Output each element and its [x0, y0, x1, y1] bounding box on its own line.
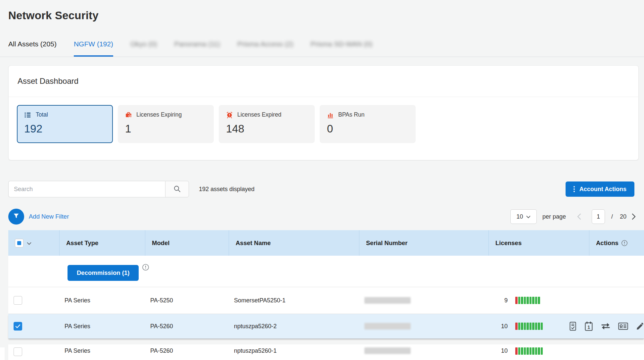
vertical-dots-icon	[574, 186, 575, 192]
column-header-serial-number: Serial Number	[359, 230, 488, 256]
funnel-icon	[13, 213, 20, 221]
stat-card-total[interactable]: Total 192	[17, 105, 113, 143]
edit-pencil-icon[interactable]	[635, 322, 644, 331]
table-row[interactable]: PA Series PA-5260 nptuszpa5260-2 10 1	[8, 314, 644, 339]
corner-artifact	[0, 347, 5, 360]
row-gap	[8, 339, 644, 344]
assets-displayed-count: 192 assets displayed	[199, 186, 254, 193]
decommission-button[interactable]: Decommission (1)	[68, 265, 139, 281]
license-bars	[515, 323, 543, 330]
page-separator: /	[611, 213, 613, 220]
pagination: 10 per page / 20	[510, 209, 636, 224]
stat-value: 192	[24, 123, 106, 135]
row-actions: 1	[569, 321, 644, 331]
chevron-down-icon[interactable]	[27, 239, 31, 247]
table-row[interactable]: PA Series PA-5250 SomersetPA5250-1 9	[8, 287, 644, 314]
calendar-day1-icon[interactable]: 1	[584, 321, 593, 331]
report-icon[interactable]	[569, 321, 577, 331]
license-count: 10	[488, 323, 508, 330]
chevron-right-icon[interactable]	[632, 213, 636, 220]
account-actions-button[interactable]: Account Actions	[566, 181, 634, 197]
search-group	[8, 181, 189, 197]
tab-ngfw[interactable]: NGFW (192)	[74, 40, 113, 57]
license-bars	[515, 297, 540, 304]
model-cell: PA-5260	[145, 344, 229, 360]
filter-pagination-row: Add New Filter 10 per page / 20	[8, 208, 636, 225]
list-icon	[24, 112, 31, 118]
stat-card-bpas-run[interactable]: BPAs Run 0	[320, 105, 416, 143]
stat-label: Licenses Expiring	[136, 111, 182, 118]
add-filter-button[interactable]	[8, 209, 24, 225]
column-header-asset-name: Asset Name	[229, 230, 359, 256]
toolbox-icon	[125, 111, 132, 118]
page-size-select[interactable]: 10	[510, 209, 537, 224]
model-cell: PA-5260	[145, 314, 229, 338]
license-certificate-icon[interactable]	[618, 322, 628, 331]
search-icon	[173, 185, 181, 194]
table-header-row: Asset Type Model Asset Name Serial Numbe…	[8, 230, 644, 256]
search-input[interactable]	[8, 181, 165, 197]
search-button[interactable]	[165, 181, 189, 197]
stat-label: Licenses Expired	[237, 111, 281, 118]
total-pages: 20	[620, 213, 626, 220]
asset-name-cell: nptuszpa5260-1	[229, 344, 359, 360]
indeterminate-mark	[17, 241, 21, 245]
column-header-licenses: Licenses	[488, 230, 589, 256]
chevron-left-icon[interactable]	[577, 213, 581, 220]
asset-type-cell: PA Series	[59, 344, 145, 360]
stat-card-licenses-expired[interactable]: Licenses Expired 148	[219, 105, 315, 143]
column-header-model: Model	[145, 230, 229, 256]
column-header-asset-type: Asset Type	[59, 230, 145, 256]
asset-tabs: All Assets (205) NGFW (192) Okyo (0) Pan…	[0, 33, 644, 57]
bulk-action-row: Decommission (1)	[8, 256, 644, 287]
tab-all-assets[interactable]: All Assets (205)	[8, 40, 57, 57]
row-checkbox[interactable]	[14, 347, 22, 356]
page-title: Network Security	[8, 9, 99, 22]
tab-okyo[interactable]: Okyo (0)	[130, 40, 157, 57]
license-count: 10	[488, 347, 508, 354]
tab-prisma-access[interactable]: Prisma Access (2)	[237, 40, 293, 57]
row-checkbox[interactable]	[14, 322, 22, 331]
redacted-serial-number	[364, 323, 411, 330]
stat-label: BPAs Run	[338, 111, 364, 118]
tab-panorama[interactable]: Panorama (11)	[174, 40, 220, 57]
table-toolbar: 192 assets displayed Account Actions	[8, 181, 636, 197]
stat-card-licenses-expiring[interactable]: Licenses Expiring 1	[118, 105, 214, 143]
stat-value: 1	[125, 123, 207, 135]
column-header-actions: Actions	[589, 230, 644, 256]
redacted-serial-number	[364, 347, 411, 354]
asset-type-cell: PA Series	[59, 314, 145, 338]
asset-dashboard-title: Asset Dashboard	[9, 66, 638, 97]
asset-name-cell: nptuszpa5260-2	[229, 314, 359, 338]
transfer-icon[interactable]	[600, 322, 611, 331]
stat-label: Total	[36, 111, 48, 118]
stat-card-row: Total 192 Licenses Expiring 1	[9, 97, 638, 143]
asset-type-cell: PA Series	[59, 287, 145, 314]
license-count: 9	[488, 297, 508, 304]
select-all-checkbox[interactable]	[15, 239, 23, 247]
redacted-serial-number	[364, 297, 411, 304]
license-bars	[515, 347, 543, 355]
add-new-filter-label[interactable]: Add New Filter	[29, 213, 69, 220]
current-page-input[interactable]	[592, 209, 605, 224]
network-security-page: Network Security All Assets (205) NGFW (…	[0, 0, 644, 360]
asset-table: Asset Type Model Asset Name Serial Numbe…	[8, 230, 644, 360]
chevron-down-icon	[526, 213, 530, 220]
row-checkbox[interactable]	[14, 296, 22, 305]
tab-prisma-sd-wan[interactable]: Prisma SD-WAN (0)	[310, 40, 372, 57]
asset-name-cell: SomersetPA5250-1	[229, 287, 359, 314]
info-icon[interactable]	[621, 240, 628, 246]
svg-text:1: 1	[587, 325, 590, 330]
per-page-label: per page	[542, 213, 566, 220]
info-icon[interactable]	[142, 264, 149, 272]
alarm-icon	[226, 111, 233, 118]
stat-value: 148	[226, 123, 307, 135]
model-cell: PA-5250	[145, 287, 229, 314]
table-row[interactable]: PA Series PA-5260 nptuszpa5260-1 10	[8, 344, 644, 360]
asset-dashboard-card: Asset Dashboard Total 192 Licenses Expir…	[8, 65, 639, 160]
bar-chart-icon	[327, 111, 334, 118]
stat-value: 0	[327, 123, 408, 135]
